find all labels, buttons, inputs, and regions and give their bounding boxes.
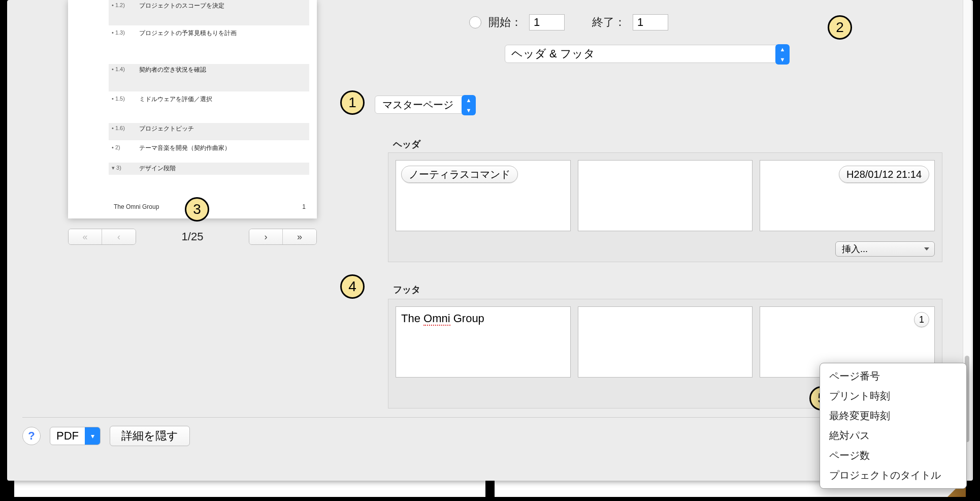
chevron-down-icon: ▾ xyxy=(85,427,100,445)
pdf-dropdown[interactable]: PDF ▾ xyxy=(50,427,101,445)
section-selector[interactable]: ヘッダ & フッタ ▲▼ xyxy=(505,45,789,63)
start-label: 開始： xyxy=(488,15,522,30)
next-page-button[interactable]: › xyxy=(249,229,283,244)
annotation-3: 3 xyxy=(185,197,209,222)
header-footer-form: 開始： 終了： ヘッダ & フッタ ▲▼ マスターページ ▲▼ ヘッダ ノーティ… xyxy=(342,0,942,420)
thumb-footer-left: The Omni Group xyxy=(114,203,159,210)
footer-section-title: フッタ xyxy=(393,284,420,296)
insert-menu-item[interactable]: ページ数 xyxy=(820,446,966,465)
annotation-4: 4 xyxy=(340,274,365,299)
range-end-field[interactable] xyxy=(633,14,668,30)
help-button[interactable]: ? xyxy=(22,427,41,445)
header-left-token[interactable]: ノーティラスコマンド xyxy=(401,166,518,183)
stepper-icon: ▲▼ xyxy=(462,95,476,115)
footer-center-cell[interactable] xyxy=(578,306,753,378)
prev-page-button[interactable]: ‹ xyxy=(102,229,136,244)
stepper-icon: ▲▼ xyxy=(775,44,790,65)
end-label: 終了： xyxy=(592,15,626,30)
insert-menu-item[interactable]: プロジェクトのタイトル xyxy=(820,465,966,485)
footer-left-cell[interactable]: The Omni Group xyxy=(396,306,571,378)
page-scope-select[interactable]: マスターページ ▲▼ xyxy=(375,96,475,114)
insert-popup-menu: ページ番号プリント時刻最終変更時刻絶対パスページ数プロジェクトのタイトル xyxy=(820,363,967,489)
preview-pager: « ‹ 1/25 › » xyxy=(68,229,317,245)
page-range-row: 開始： 終了： xyxy=(469,14,668,30)
thumb-row: • 1.5)ミドルウェアを評価／選択 xyxy=(109,93,309,121)
section-selector-label: ヘッダ & フッタ xyxy=(511,46,595,61)
header-panel: ノーティラスコマンド H28/01/12 21:14 挿入... xyxy=(388,152,942,262)
sheet-bottom-bar: ? PDF ▾ 詳細を隠す キャンセル xyxy=(22,422,942,450)
header-right-token[interactable]: H28/01/12 21:14 xyxy=(839,166,929,183)
insert-menu-item[interactable]: プリント時刻 xyxy=(820,386,966,406)
thumb-row: ▾ 3)デザイン段階 xyxy=(109,163,309,175)
last-page-button[interactable]: » xyxy=(283,229,316,244)
footer-pagenum-token[interactable]: 1 xyxy=(914,312,929,327)
pdf-label: PDF xyxy=(50,429,85,443)
print-preview-pane: • 1.2)プロジェクトのスコープを決定• 1.3)プロジェクトの予算見積もりを… xyxy=(68,0,322,218)
divider xyxy=(22,417,942,418)
thumb-row: • 1.2)プロジェクトのスコープを決定 xyxy=(109,0,309,25)
header-center-cell[interactable] xyxy=(578,160,753,231)
thumb-row: • 1.6)プロジェクトピッチ xyxy=(109,123,309,140)
insert-menu-item[interactable]: 絶対パス xyxy=(820,426,966,446)
header-section-title: ヘッダ xyxy=(393,138,420,150)
first-page-button[interactable]: « xyxy=(69,229,102,244)
insert-label: 挿入... xyxy=(842,243,868,255)
header-right-cell[interactable]: H28/01/12 21:14 xyxy=(760,160,935,231)
hide-details-button[interactable]: 詳細を隠す xyxy=(110,426,190,446)
annotation-1: 1 xyxy=(340,90,365,115)
thumb-row: • 1.3)プロジェクトの予算見積もりを計画 xyxy=(109,27,309,62)
page-scope-label: マスターページ xyxy=(382,98,453,112)
annotation-2: 2 xyxy=(828,15,852,40)
thumb-footer-right: 1 xyxy=(302,203,306,210)
header-left-cell[interactable]: ノーティラスコマンド xyxy=(396,160,571,231)
range-from-radio[interactable] xyxy=(469,16,481,28)
footer-left-text: The Omni Group xyxy=(401,312,484,326)
thumb-row: • 2)テーマ音楽を開発（契約作曲家） xyxy=(109,142,309,161)
insert-menu-item[interactable]: 最終変更時刻 xyxy=(820,406,966,426)
page-counter: 1/25 xyxy=(139,230,246,243)
range-start-field[interactable] xyxy=(529,14,565,30)
header-insert-dropdown[interactable]: 挿入... xyxy=(835,241,935,257)
insert-menu-item[interactable]: ページ番号 xyxy=(820,366,966,386)
thumb-row: • 1.4)契約者の空き状況を確認 xyxy=(109,64,309,91)
page-thumbnail: • 1.2)プロジェクトのスコープを決定• 1.3)プロジェクトの予算見積もりを… xyxy=(68,0,317,218)
